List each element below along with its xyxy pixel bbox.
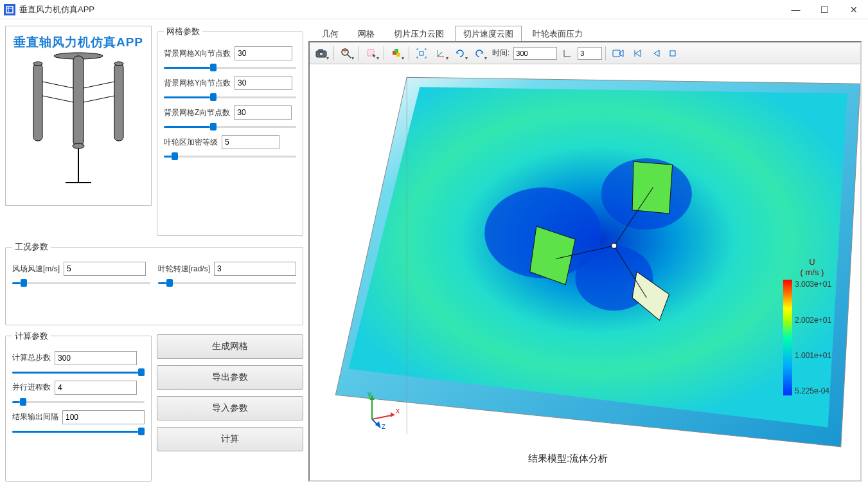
tab-mesh[interactable]: 网格 <box>350 26 383 41</box>
output-interval-input[interactable] <box>62 410 145 424</box>
svg-text:+: + <box>342 48 347 55</box>
tab-velocity-slice[interactable]: 切片速度云图 <box>455 26 522 41</box>
svg-rect-29 <box>670 51 675 56</box>
svg-point-8 <box>114 62 123 66</box>
wind-speed-input[interactable] <box>64 262 146 276</box>
mesh-refine-label: 叶轮区加密等级 <box>164 137 218 148</box>
mesh-params-group: 网格参数 背景网格X向节点数 背景网格Y向节点数 背景网格Z向节点数 叶轮区加密… <box>157 26 303 236</box>
viewer-frame: + 时间: <box>308 41 862 482</box>
title-bar: 垂直风力机仿真APP — ☐ ✕ <box>0 0 868 19</box>
generate-mesh-button[interactable]: 生成网格 <box>157 334 303 359</box>
rotor-speed-input[interactable] <box>214 262 296 276</box>
rotor-speed-label: 叶轮转速[rad/s] <box>158 264 210 275</box>
svg-point-16 <box>319 52 323 56</box>
svg-rect-5 <box>33 64 42 141</box>
condition-params-legend: 工况参数 <box>12 241 51 253</box>
svg-marker-35 <box>632 161 673 213</box>
cube-icon[interactable] <box>387 45 405 62</box>
tab-pressure-slice[interactable]: 切片压力云图 <box>385 26 452 41</box>
svg-rect-15 <box>319 50 323 51</box>
mesh-z-input[interactable] <box>234 105 292 120</box>
video-camera-icon[interactable] <box>609 45 627 62</box>
rotor-speed-slider[interactable] <box>158 278 296 287</box>
svg-text:x: x <box>396 406 400 415</box>
svg-rect-24 <box>420 51 423 55</box>
output-interval-label: 结果输出间隔 <box>12 411 58 422</box>
mesh-y-slider[interactable] <box>164 93 296 102</box>
axes-orient-icon[interactable] <box>432 45 450 62</box>
total-steps-slider[interactable] <box>12 368 145 377</box>
svg-point-4 <box>73 143 84 149</box>
mesh-x-input[interactable] <box>235 46 292 60</box>
mesh-x-slider[interactable] <box>164 63 296 72</box>
close-button[interactable]: ✕ <box>839 0 868 19</box>
skip-start-icon[interactable] <box>628 45 646 62</box>
colorbar-tick-max: 3.003e+01 <box>795 280 831 289</box>
svg-point-41 <box>612 243 617 248</box>
import-params-button[interactable]: 导入参数 <box>157 396 303 420</box>
colorbar-gradient <box>783 280 792 395</box>
svg-line-11 <box>84 82 114 88</box>
app-icon <box>4 4 15 15</box>
svg-rect-7 <box>114 64 123 141</box>
wind-speed-label: 风场风速[m/s] <box>12 264 60 275</box>
calc-params-legend: 计算参数 <box>12 330 51 342</box>
colorbar-tick-min: 5.225e-04 <box>795 386 831 395</box>
step-input[interactable] <box>578 47 602 60</box>
maximize-button[interactable]: ☐ <box>810 0 839 19</box>
result-tabs: 几何 网格 切片压力云图 切片速度云图 叶轮表面压力 <box>314 26 862 41</box>
time-input[interactable] <box>513 47 557 60</box>
wind-speed-slider[interactable] <box>12 278 150 287</box>
svg-line-9 <box>42 82 73 88</box>
stop-icon[interactable] <box>667 45 678 62</box>
left-pane: 垂直轴风力机仿真APP 网格参数 背景网格X向节点数 背 <box>0 19 308 488</box>
tab-geometry[interactable]: 几何 <box>314 26 347 41</box>
compute-button[interactable]: 计算 <box>157 427 303 451</box>
svg-rect-3 <box>73 56 84 146</box>
mesh-refine-input[interactable] <box>222 135 279 149</box>
mesh-y-input[interactable] <box>235 76 292 90</box>
select-icon[interactable] <box>362 45 380 62</box>
svg-rect-0 <box>6 6 13 13</box>
procs-slider[interactable] <box>12 397 145 406</box>
condition-params-group: 工况参数 风场风速[m/s] 叶轮转速[rad/s] <box>5 241 303 325</box>
angle-icon[interactable] <box>558 45 576 62</box>
svg-text:y: y <box>368 390 371 399</box>
svg-marker-44 <box>391 412 394 417</box>
svg-line-12 <box>84 96 114 102</box>
svg-marker-48 <box>375 421 380 428</box>
mesh-x-label: 背景网格X向节点数 <box>164 48 231 59</box>
colorbar-tick-2: 2.002e+01 <box>795 316 831 325</box>
calc-params-group: 计算参数 计算总步数 并行进程数 结果输出间隔 <box>5 330 152 482</box>
output-interval-slider[interactable] <box>12 427 145 436</box>
play-reverse-icon[interactable] <box>648 45 666 62</box>
colorbar-tick-3: 1.001e+01 <box>795 351 831 360</box>
procs-label: 并行进程数 <box>12 382 51 393</box>
total-steps-input[interactable] <box>55 351 137 365</box>
mesh-z-slider[interactable] <box>164 122 296 131</box>
mesh-z-label: 背景网格Z向节点数 <box>164 107 230 118</box>
tab-blade-pressure[interactable]: 叶轮表面压力 <box>524 26 591 41</box>
window-title: 垂直风力机仿真APP <box>19 4 94 15</box>
export-params-button[interactable]: 导出参数 <box>157 365 303 390</box>
mesh-y-label: 背景网格Y向节点数 <box>164 78 231 89</box>
mesh-refine-slider[interactable] <box>164 152 296 161</box>
svg-rect-23 <box>396 53 400 57</box>
right-pane: 几何 网格 切片压力云图 切片速度云图 叶轮表面压力 + 时间: <box>308 19 868 488</box>
mesh-params-legend: 网格参数 <box>164 26 202 37</box>
procs-input[interactable] <box>55 381 137 395</box>
svg-point-6 <box>33 62 42 66</box>
color-legend: U ( m/s ) 3.003e+01 2.002e+01 1.001e+01 … <box>783 257 841 395</box>
total-steps-label: 计算总步数 <box>12 352 51 363</box>
viewport-3d[interactable]: x y z U ( m/s ) 3.003e+01 2.002e+01 1.00… <box>310 64 860 480</box>
rotate-ccw-icon[interactable] <box>451 45 469 62</box>
svg-line-10 <box>42 96 73 102</box>
fit-view-icon[interactable] <box>412 45 430 62</box>
viewer-toolbar: + 时间: <box>310 42 860 64</box>
result-model-label: 结果模型:流体分析 <box>528 453 608 465</box>
zoom-icon[interactable]: + <box>337 45 355 62</box>
camera-icon[interactable] <box>312 45 330 62</box>
svg-rect-22 <box>394 49 398 53</box>
minimize-button[interactable]: — <box>781 0 810 19</box>
rotate-cw-icon[interactable] <box>470 45 488 62</box>
